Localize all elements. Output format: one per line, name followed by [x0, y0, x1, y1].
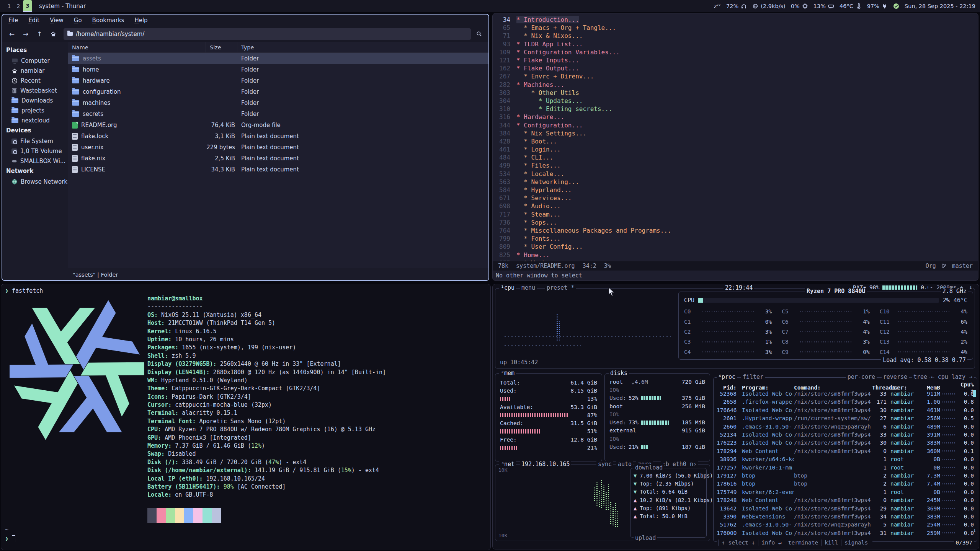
- clock[interactable]: Sun, 28 Sep 2025 - 22:19: [905, 3, 975, 9]
- menu-item[interactable]: View: [50, 17, 64, 24]
- process-row[interactable]: 179127 btop btop 2 nambiar 7.3M 0.0: [717, 471, 975, 479]
- process-row[interactable]: 177257 kworker/10:1-mm_ 1 root 0B 0.0: [717, 463, 975, 471]
- volume-status[interactable]: 72%: [726, 3, 747, 9]
- percore-toggle[interactable]: per-core: [846, 373, 877, 380]
- idle-inhibitor[interactable]: zᶻᶻ: [714, 3, 721, 9]
- org-heading-line[interactable]: 344 * Configuration...: [493, 121, 978, 129]
- disks-box-label[interactable]: disks: [609, 370, 629, 377]
- org-heading-line[interactable]: 584 * Hyprland...: [493, 186, 978, 194]
- footer-key[interactable]: info ↵: [758, 540, 784, 546]
- org-heading-line[interactable]: 316 * Hardware...: [493, 113, 978, 121]
- org-heading-line[interactable]: 93 * TLDR App List...: [493, 40, 978, 48]
- preset-button[interactable]: preset *: [545, 284, 576, 291]
- org-heading-line[interactable]: 65 * Emacs + Org + Tangle...: [493, 24, 978, 32]
- org-heading-line[interactable]: 825 * Home...: [493, 251, 978, 259]
- menu-item[interactable]: Edit: [28, 17, 39, 24]
- process-row[interactable]: 178248 Web Content /nix/store/sm8fmrf3wp…: [717, 496, 975, 504]
- file-row[interactable]: user.nix 229 bytes Plain text document: [68, 142, 488, 153]
- file-row[interactable]: secrets Folder: [68, 108, 488, 119]
- process-row[interactable]: 52134 Isolated Web Co /nix/store/sm8fmrf…: [717, 430, 975, 439]
- org-heading-line[interactable]: 34 * Introduction...: [493, 16, 978, 24]
- org-heading-line[interactable]: 809 * User Config...: [493, 243, 978, 251]
- sidebar-item-wastebasket[interactable]: Wastebasket: [2, 86, 68, 96]
- menu-item[interactable]: Bookmarks: [92, 17, 124, 24]
- file-row[interactable]: machines Folder: [68, 97, 488, 108]
- forward-button[interactable]: →: [20, 28, 31, 40]
- footer-key[interactable]: terminate: [785, 540, 822, 546]
- file-row[interactable]: flake.nix 2,5 KiB Plain text document: [68, 153, 488, 164]
- menu-item[interactable]: Go: [74, 17, 82, 24]
- sidebar-item-downloads[interactable]: Downloads: [2, 96, 68, 106]
- mem-box-label[interactable]: ²mem: [499, 370, 516, 377]
- sidebar-item-nextcloud[interactable]: nextcloud: [2, 116, 68, 126]
- sidebar-item-browse-network[interactable]: Browse Network: [2, 177, 68, 187]
- back-button[interactable]: ←: [6, 28, 18, 40]
- home-button[interactable]: [47, 28, 59, 40]
- major-mode[interactable]: Org: [926, 262, 936, 269]
- org-heading-line[interactable]: 304 * Updates...: [493, 97, 978, 105]
- check-circle-icon[interactable]: [893, 3, 899, 9]
- org-heading-line[interactable]: 428 * Boot...: [493, 137, 978, 145]
- process-row[interactable]: 175749 kworker/6:2-even 1 root 0B 0.0: [717, 488, 975, 496]
- org-heading-line[interactable]: 736 * Sops...: [493, 218, 978, 227]
- process-row[interactable]: 176646 Isolated Web Co /nix/store/sm8fmr…: [717, 406, 975, 414]
- proc-box-label[interactable]: ⁴proc: [717, 373, 737, 380]
- footer-key[interactable]: signals: [841, 540, 871, 546]
- temperature-status[interactable]: 46°C: [840, 3, 862, 9]
- menu-item[interactable]: Help: [134, 17, 147, 24]
- sidebar-item-projects[interactable]: projects: [2, 106, 68, 116]
- sidebar-item-home[interactable]: nambiar: [2, 66, 68, 76]
- memory-status[interactable]: 13%: [813, 3, 834, 9]
- process-row[interactable]: 176223 Isolated Web Co /nix/store/sm8fmr…: [717, 439, 975, 447]
- org-heading-line[interactable]: 764 * Miscellaneous Packages and Program…: [493, 227, 978, 235]
- org-heading-line[interactable]: 121 * Flake Inputs...: [493, 56, 978, 64]
- tree-toggle[interactable]: tree: [912, 373, 929, 380]
- org-heading-line[interactable]: 282 * Machines...: [493, 81, 978, 89]
- footer-key[interactable]: ↑ select ↓: [718, 540, 758, 546]
- workspace-button[interactable]: 2: [14, 0, 23, 12]
- org-heading-line[interactable]: 71 * Nix & Nixos...: [493, 32, 978, 40]
- process-row[interactable]: 2601 .Hyprland-wrapp /run/current-system…: [717, 414, 975, 422]
- org-heading-line[interactable]: 267 * Envrc + Direnv...: [493, 72, 978, 80]
- menu-item[interactable]: File: [8, 17, 18, 24]
- file-row[interactable]: home Folder: [68, 64, 488, 75]
- org-heading-line[interactable]: 162 * Flake Output...: [493, 64, 978, 72]
- workspace-button[interactable]: 1: [5, 0, 14, 12]
- footer-key[interactable]: kill: [821, 540, 841, 546]
- file-row[interactable]: configuration Folder: [68, 86, 488, 97]
- up-button[interactable]: ↑: [34, 28, 45, 40]
- scroll-down-icon[interactable]: ↓: [973, 527, 976, 533]
- file-row[interactable]: flake.lock 3,1 KiB Plain text document: [68, 130, 488, 142]
- proc-scrollbar[interactable]: [973, 390, 976, 397]
- org-heading-line[interactable]: 461 * Login...: [493, 145, 978, 153]
- org-heading-line[interactable]: 671 * Services...: [493, 194, 978, 202]
- sidebar-item-filesystem[interactable]: File System: [2, 136, 68, 146]
- process-row[interactable]: 2660 .emacs-31.0.50- /nix/store/wnqz5pa8…: [717, 422, 975, 430]
- filter-button[interactable]: filter: [741, 373, 765, 380]
- process-row[interactable]: 176000 Isolated Web Co /nix/store/sm8fmr…: [717, 529, 975, 537]
- org-heading-line[interactable]: 384 * Nix Settings...: [493, 129, 978, 137]
- process-row[interactable]: 38936 kworker/u64:6-kc 1 root 0B 0.0: [717, 455, 975, 463]
- file-row[interactable]: assets Folder: [68, 53, 488, 64]
- net-box-label[interactable]: ³net: [499, 461, 516, 468]
- process-row[interactable]: 178616 btop btop 2 nambiar 7.4M 0.0: [717, 480, 975, 488]
- proc-header-row[interactable]: Pid: Program: Command: Threads: User: Me…: [717, 381, 975, 390]
- org-heading-line[interactable]: 799 * Fonts...: [493, 235, 978, 243]
- path-bar[interactable]: /home/nambiar/system/: [64, 28, 471, 40]
- org-heading-line[interactable]: 484 * CLI...: [493, 153, 978, 161]
- column-type[interactable]: Type: [237, 42, 488, 52]
- org-heading-line[interactable]: 534 * Locale...: [493, 170, 978, 178]
- terminal-window[interactable]: ❯ fastfetch nambiar@smallbox -----------…: [1, 284, 491, 550]
- cpu-box-label[interactable]: ¹cpu: [499, 284, 516, 291]
- sort-selector[interactable]: ← cpu lazy →: [929, 373, 974, 380]
- org-heading-line[interactable]: 499 * Files...: [493, 161, 978, 170]
- search-button[interactable]: [473, 28, 485, 40]
- net-auto-toggle[interactable]: auto: [616, 461, 633, 468]
- sidebar-item-recent[interactable]: Recent: [2, 76, 68, 86]
- net-sync-toggle[interactable]: sync: [596, 461, 613, 468]
- reverse-toggle[interactable]: reverse: [882, 373, 909, 380]
- org-heading-line[interactable]: 303 * Other Utils: [493, 89, 978, 97]
- file-row[interactable]: README.org 76,4 KiB Org-mode file: [68, 119, 488, 130]
- org-heading-line[interactable]: 310 * Editing secrets...: [493, 105, 978, 113]
- battery-status[interactable]: 97%: [867, 3, 888, 9]
